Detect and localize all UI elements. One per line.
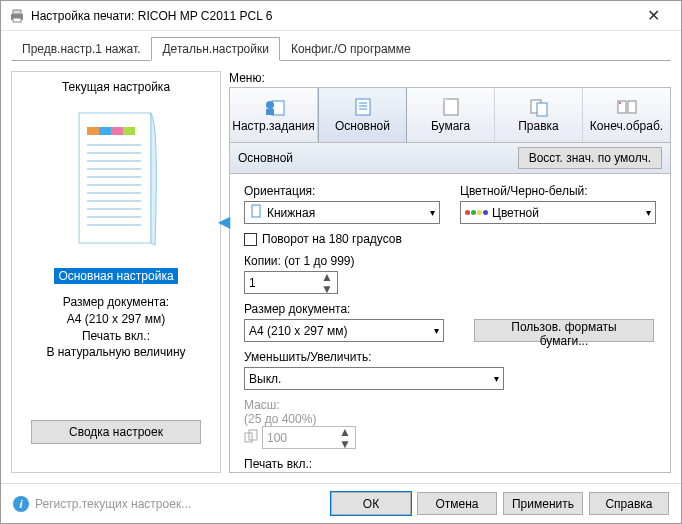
tool-edit[interactable]: Правка [495,88,583,142]
collapse-arrow-icon[interactable]: ◀ [218,212,230,231]
page-preview [46,100,186,260]
svg-point-21 [266,101,274,109]
svg-rect-23 [356,99,370,115]
rotate-checkbox[interactable]: Поворот на 180 градусов [244,232,656,246]
svg-rect-2 [13,18,21,22]
spinner-icon[interactable]: ▲▼ [321,271,333,295]
ok-button[interactable]: ОК [331,492,411,515]
color-dots-icon [465,210,488,215]
info-print-value: В натуральную величину [46,344,185,361]
menu-toolbar: Настр.задания Основной Бумага Правка Кон… [229,87,671,143]
checkbox-box [244,233,257,246]
titlebar: Настройка печати: RICOH MP C2011 PCL 6 ✕ [1,1,681,31]
current-settings-panel: Текущая настройка [11,71,221,473]
tab-config[interactable]: Конфиг./О программе [280,37,422,61]
settings-info: Размер документа: A4 (210 x 297 мм) Печа… [46,294,185,361]
reduce-select[interactable]: Выкл. ▾ [244,367,504,390]
svg-rect-27 [444,99,458,115]
svg-rect-31 [628,101,636,113]
chevron-down-icon: ▾ [646,207,651,218]
info-docsize-label: Размер документа: [46,294,185,311]
tab-preset[interactable]: Предв.настр.1 нажат. [11,37,151,61]
docsize-select[interactable]: A4 (210 x 297 мм) ▾ [244,319,444,342]
cancel-button[interactable]: Отмена [417,492,497,515]
chevron-down-icon: ▾ [434,325,439,336]
info-docsize-value: A4 (210 x 297 мм) [46,311,185,328]
section-header: Основной Восст. знач. по умолч. [229,143,671,174]
scale-icon [244,429,258,446]
scale-input: 100 ▲▼ [262,426,356,449]
tool-job[interactable]: Настр.задания [230,88,318,142]
footer: i Регистр.текущих настроек... ОК Отмена … [1,483,681,523]
svg-rect-8 [123,127,135,135]
svg-rect-7 [111,127,123,135]
scale-label: Масш: [244,398,656,412]
spinner-icon: ▲▼ [339,426,351,450]
copies-label: Копии: (от 1 до 999) [244,254,656,268]
apply-button[interactable]: Применить [503,492,583,515]
color-label: Цветной/Черно-белый: [460,184,656,198]
printer-icon [9,8,25,24]
svg-rect-5 [87,127,99,135]
svg-point-32 [619,102,621,104]
svg-rect-33 [252,205,260,217]
tool-finish[interactable]: Конеч.обраб. [583,88,670,142]
restore-defaults-button[interactable]: Восст. знач. по умолч. [518,147,662,169]
help-button[interactable]: Справка [589,492,669,515]
color-select[interactable]: Цветной ▾ [460,201,656,224]
printon-label: Печать вкл.: [244,457,656,471]
svg-rect-1 [13,10,21,14]
docsize-label: Размер документа: [244,302,656,316]
tool-paper[interactable]: Бумага [407,88,495,142]
portrait-icon [249,204,263,221]
svg-rect-29 [537,103,547,116]
info-print-label: Печать вкл.: [46,328,185,345]
close-button[interactable]: ✕ [633,6,673,25]
menu-label: Меню: [229,71,671,85]
register-settings-button[interactable]: Регистр.текущих настроек... [35,497,331,511]
custom-formats-button[interactable]: Пользов. форматы бумаги... [474,319,654,342]
svg-rect-22 [266,109,274,115]
reduce-label: Уменьшить/Увеличить: [244,350,656,364]
main-tabs: Предв.настр.1 нажат. Детальн.настройки К… [1,31,681,61]
svg-rect-6 [99,127,111,135]
tool-main[interactable]: Основной [318,88,407,142]
copies-input[interactable]: 1 ▲▼ [244,271,338,294]
summary-button[interactable]: Сводка настроек [31,420,201,444]
window-title: Настройка печати: RICOH MP C2011 PCL 6 [31,9,633,23]
preset-badge: Основная настройка [54,268,177,284]
tab-detail[interactable]: Детальн.настройки [151,37,279,61]
current-settings-title: Текущая настройка [62,80,170,94]
orientation-select[interactable]: Книжная ▾ [244,201,440,224]
info-icon: i [13,496,29,512]
orientation-label: Ориентация: [244,184,440,198]
scale-hint: (25 до 400%) [244,412,656,426]
svg-rect-35 [249,430,257,440]
chevron-down-icon: ▾ [430,207,435,218]
section-title: Основной [238,151,293,165]
chevron-down-icon: ▾ [494,373,499,384]
